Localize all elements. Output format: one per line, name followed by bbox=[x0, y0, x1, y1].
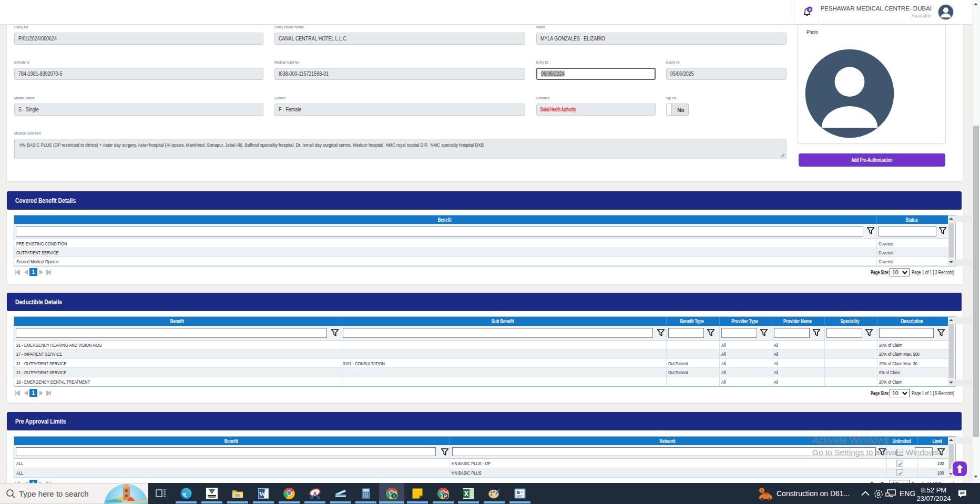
svg-text:W: W bbox=[259, 490, 266, 498]
svg-text:P: P bbox=[444, 493, 447, 499]
svg-text:!: ! bbox=[761, 488, 763, 493]
svg-text:I: I bbox=[393, 493, 394, 499]
